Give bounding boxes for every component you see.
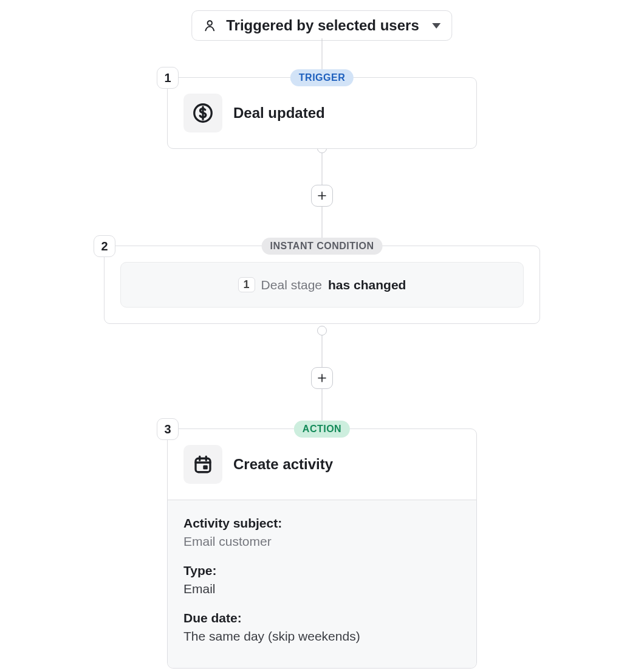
svg-rect-2 <box>196 458 210 472</box>
calendar-icon <box>183 445 222 484</box>
step-header: Deal updated <box>168 78 476 148</box>
detail-label: Due date: <box>183 611 461 625</box>
add-step-button[interactable] <box>311 185 333 207</box>
step-type-pill: ACTION <box>294 421 350 438</box>
step-header: Create activity <box>168 429 476 500</box>
person-icon <box>203 18 216 33</box>
detail-row: Type: Email <box>183 563 461 596</box>
condition-body: 1 Deal stage has changed <box>104 246 540 323</box>
connector-outlet <box>317 326 327 336</box>
plus-icon <box>317 373 327 384</box>
detail-value: Email customer <box>183 534 461 549</box>
step-condition[interactable]: 2 INSTANT CONDITION 1 Deal stage has cha… <box>104 246 540 324</box>
detail-row: Activity subject: Email customer <box>183 516 461 549</box>
chevron-down-icon <box>433 23 441 29</box>
condition-field: Deal stage <box>261 278 322 292</box>
step-number-badge: 3 <box>157 418 179 440</box>
dollar-circle-icon <box>183 94 222 132</box>
step-trigger[interactable]: 1 TRIGGER Deal updated <box>167 77 477 149</box>
detail-row: Due date: The same day (skip weekends) <box>183 611 461 644</box>
triggered-by-select[interactable]: Triggered by selected users <box>191 10 452 41</box>
svg-rect-3 <box>203 466 208 470</box>
add-step-button[interactable] <box>311 367 333 389</box>
step-type-pill: INSTANT CONDITION <box>262 238 383 255</box>
condition-ref-badge: 1 <box>238 277 255 292</box>
detail-label: Type: <box>183 563 461 578</box>
detail-label: Activity subject: <box>183 516 461 531</box>
triggered-by-label: Triggered by selected users <box>226 17 419 34</box>
svg-point-0 <box>208 21 212 25</box>
step-title: Deal updated <box>233 105 325 122</box>
condition-row[interactable]: 1 Deal stage has changed <box>120 262 524 308</box>
step-type-pill: TRIGGER <box>290 69 354 86</box>
action-details: Activity subject: Email customer Type: E… <box>168 500 476 668</box>
step-number-badge: 1 <box>157 67 179 89</box>
step-title: Create activity <box>233 456 333 473</box>
step-action[interactable]: 3 ACTION Create activity Activity subjec… <box>167 428 477 669</box>
workflow-canvas: Triggered by selected users 1 TRIGGER <box>0 0 644 671</box>
condition-operator: has changed <box>328 278 406 292</box>
plus-icon <box>317 190 327 201</box>
detail-value: Email <box>183 582 461 596</box>
detail-value: The same day (skip weekends) <box>183 629 461 644</box>
step-number-badge: 2 <box>94 235 115 257</box>
